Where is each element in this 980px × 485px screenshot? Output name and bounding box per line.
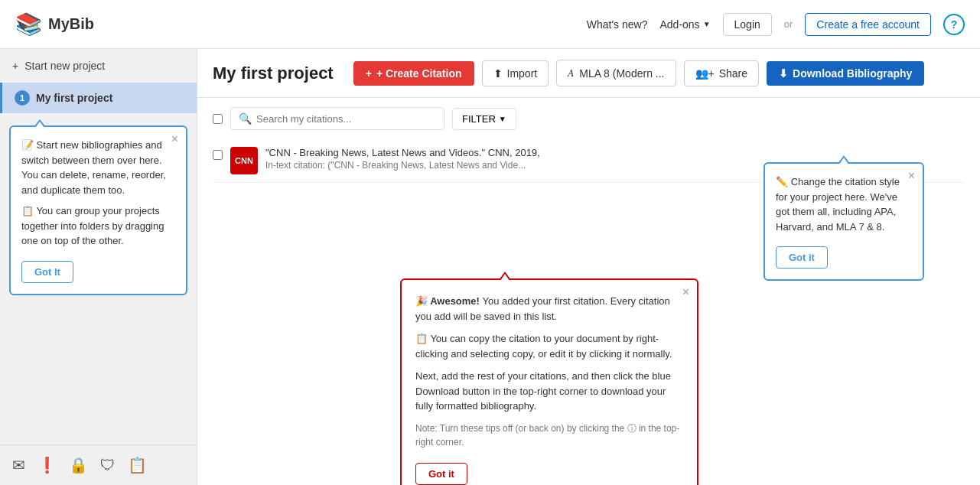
header: 📚 MyBib What's new? Add-ons ▼ Login or C…: [0, 0, 980, 49]
plus-icon: +: [12, 60, 18, 72]
mail-icon[interactable]: ✉: [12, 456, 25, 474]
header-nav: What's new? Add-ons ▼ Login or Create a …: [587, 13, 965, 36]
filter-chevron-icon: ▼: [499, 115, 506, 123]
sidebar: + Start new project 1 My first project ×…: [0, 49, 197, 485]
citation-title[interactable]: "CNN - Breaking News, Latest News and Vi…: [265, 147, 965, 158]
chevron-down-icon: ▼: [703, 20, 711, 28]
style-icon: 𝐴: [568, 67, 575, 80]
help-icon[interactable]: ?: [943, 14, 965, 35]
logo[interactable]: 📚 MyBib: [15, 11, 94, 37]
project-name-label: My first project: [36, 92, 112, 104]
awesome-tooltip: × 🎉 Awesome! You added your first citati…: [400, 278, 698, 485]
import-icon: ⬆: [493, 67, 503, 80]
lock-icon[interactable]: 🔒: [69, 456, 88, 474]
search-filter-row: 🔍 FILTER ▼: [213, 107, 965, 130]
main-content: My first project + + Create Citation ⬆ I…: [197, 49, 980, 485]
start-new-project-button[interactable]: + Start new project: [0, 49, 197, 83]
awesome-tooltip-close[interactable]: ×: [682, 286, 689, 298]
search-box: 🔍: [230, 107, 444, 130]
logo-text: MyBib: [48, 15, 94, 33]
download-icon: ⬇: [779, 67, 788, 80]
download-bibliography-button[interactable]: ⬇ Download Bibliography: [767, 61, 924, 86]
share-icon: 👥+: [695, 67, 715, 80]
search-icon: 🔍: [239, 112, 252, 125]
content-toolbar: My first project + + Create Citation ⬆ I…: [197, 49, 980, 98]
sidebar-tooltip: × 📝 Start new bibliographies and switch …: [9, 125, 187, 295]
select-all-checkbox[interactable]: [213, 114, 223, 124]
change-style-got-it[interactable]: Got it: [776, 246, 828, 269]
shield-icon[interactable]: 🛡: [100, 457, 116, 474]
sidebar-tooltip-close[interactable]: ×: [171, 133, 178, 145]
filter-button[interactable]: FILTER ▼: [452, 108, 516, 130]
main-layout: + Start new project 1 My first project ×…: [0, 49, 980, 485]
sidebar-tooltip-text: 📝 Start new bibliographies and switch be…: [21, 138, 175, 249]
citation-checkbox[interactable]: [213, 150, 223, 160]
awesome-tooltip-got-it[interactable]: Got it: [415, 463, 467, 485]
login-button[interactable]: Login: [723, 13, 772, 36]
plus-icon: +: [366, 67, 372, 80]
page-title: My first project: [213, 63, 334, 83]
mla-style-button[interactable]: 𝐴 MLA 8 (Modern ...: [556, 60, 676, 86]
change-style-tooltip: × ✏️ Change the citation style for your …: [763, 162, 924, 281]
add-ons-menu[interactable]: Add-ons ▼: [659, 18, 710, 31]
project-number-badge: 1: [15, 90, 30, 106]
cnn-logo: CNN: [230, 147, 258, 174]
sidebar-item-my-first-project[interactable]: 1 My first project: [0, 83, 197, 113]
alert-icon[interactable]: ❗: [37, 456, 57, 474]
change-style-tooltip-text: ✏️ Change the citation style for your pr…: [776, 174, 912, 234]
search-input[interactable]: [256, 113, 436, 125]
whats-new-link[interactable]: What's new?: [587, 18, 648, 31]
create-citation-button[interactable]: + + Create Citation: [353, 61, 474, 86]
sidebar-bottom-icons: ✉ ❗ 🔒 🛡 📋: [0, 444, 197, 485]
awesome-tooltip-text: 🎉 Awesome! You added your first citation…: [415, 294, 683, 449]
or-separator: or: [784, 18, 793, 30]
start-new-project-label: Start new project: [24, 60, 105, 72]
share-button[interactable]: 👥+ Share: [684, 60, 760, 86]
change-style-icon: ✏️: [776, 176, 788, 187]
import-button[interactable]: ⬆ Import: [482, 60, 549, 86]
logo-icon: 📚: [15, 11, 42, 37]
create-account-button[interactable]: Create a free account: [805, 13, 931, 36]
book-icon[interactable]: 📋: [128, 456, 147, 474]
change-style-tooltip-close[interactable]: ×: [908, 170, 915, 182]
sidebar-tooltip-got-it[interactable]: Got It: [21, 261, 73, 283]
